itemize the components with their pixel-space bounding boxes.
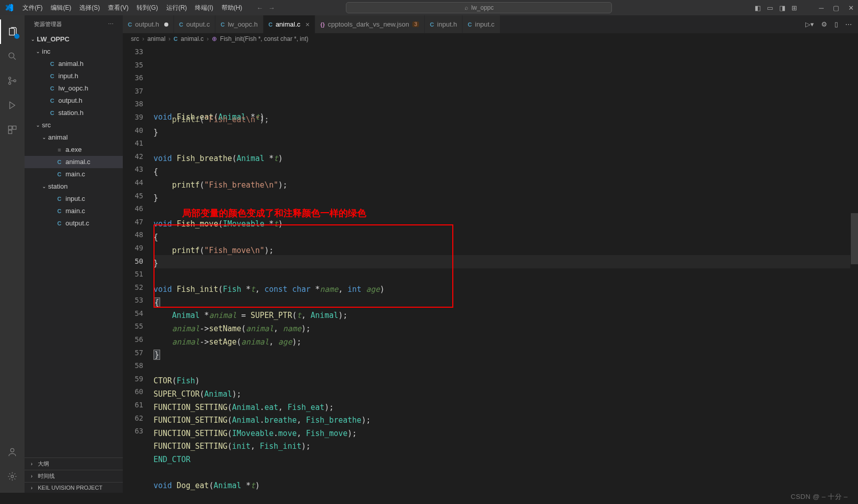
file-icon: C	[55, 169, 63, 179]
code-editor[interactable]: 3335363738394041424344454647484950515253…	[123, 44, 858, 493]
tree-root[interactable]: ⌄LW_OPPC	[25, 33, 123, 45]
tree-file[interactable]: Coutput.c	[25, 217, 123, 230]
file-icon: C	[48, 108, 56, 118]
svg-point-1	[9, 77, 11, 79]
debug-activity-icon[interactable]	[0, 93, 25, 118]
file-label: input.h	[58, 71, 78, 81]
tree-file[interactable]: Canimal.h	[25, 58, 123, 70]
more-tab-icon[interactable]: ⋯	[845, 20, 852, 28]
breadcrumb-item[interactable]: src	[131, 35, 139, 42]
menu-item[interactable]: 文件(F)	[18, 0, 47, 15]
tree-file[interactable]: Canimal.c	[25, 156, 123, 168]
breadcrumb[interactable]: src› animal› C animal.c› ⊕ Fish_init(Fis…	[123, 33, 858, 44]
breadcrumb-item[interactable]: Fish_init(Fish *, const char *, int)	[220, 35, 309, 42]
search-icon: ⌕	[465, 4, 468, 11]
svg-rect-4	[9, 126, 12, 130]
file-type-icon: C	[221, 21, 225, 28]
code-content[interactable]: 局部变量的颜色变成了和注释颜色一样的绿色 void Fish_eat(Anima…	[153, 44, 858, 493]
file-label: station.h	[58, 108, 83, 118]
chevron-right-icon: ›	[28, 485, 36, 491]
tree-file[interactable]: Clw_oopc.h	[25, 82, 123, 95]
menu-item[interactable]: 终端(I)	[191, 0, 217, 15]
tree-file[interactable]: Cmain.c	[25, 205, 123, 217]
close-tab-icon[interactable]: ×	[305, 20, 310, 29]
nav-forward-icon[interactable]: →	[268, 4, 275, 12]
file-type-icon: C	[179, 21, 183, 28]
tree-folder-inc[interactable]: ⌄inc	[25, 45, 123, 58]
editor-tab[interactable]: Coutput.c	[174, 15, 215, 33]
sidebar-section-collapsed[interactable]: ›KEIL UVISION PROJECT	[25, 482, 123, 493]
layout-panel-icon[interactable]: ▭	[767, 4, 773, 12]
folder-label: animal	[48, 132, 68, 143]
menu-item[interactable]: 查看(V)	[104, 0, 133, 15]
editor-tab[interactable]: Cinput.h	[425, 15, 463, 33]
tree-folder-animal[interactable]: ⌄animal	[25, 131, 123, 144]
sidebar-section-collapsed[interactable]: ›大纲	[25, 457, 123, 470]
chevron-down-icon: ⌄	[40, 181, 48, 192]
editor-tab[interactable]: {}cpptools_dark_vs_new.json3	[315, 15, 425, 33]
editor-tab[interactable]: Cinput.c	[463, 15, 500, 33]
svg-rect-5	[13, 126, 16, 130]
menu-item[interactable]: 帮助(H)	[217, 0, 247, 15]
scm-activity-icon[interactable]	[0, 68, 25, 93]
command-center[interactable]: ⌕ lw_oppc	[346, 2, 612, 13]
chevron-right-icon: ›	[28, 461, 36, 467]
editor-tabs: Coutput.hCoutput.cClw_oopc.hCanimal.c×{}…	[123, 15, 858, 33]
activity-bar	[0, 15, 25, 493]
settings-activity-icon[interactable]	[0, 464, 25, 489]
minimize-icon[interactable]: ─	[819, 4, 824, 12]
search-activity-icon[interactable]	[0, 44, 25, 68]
tree-folder-src[interactable]: ⌄src	[25, 119, 123, 131]
chevron-down-icon: ⌄	[34, 120, 42, 130]
close-icon[interactable]: ✕	[848, 4, 854, 12]
file-label: a.exe	[65, 145, 82, 155]
editor-tab[interactable]: Canimal.c×	[263, 15, 316, 33]
search-text: lw_oppc	[471, 4, 494, 11]
tree-file[interactable]: Cmain.c	[25, 168, 123, 180]
chevron-down-icon: ⌄	[40, 132, 48, 143]
menu-item[interactable]: 编辑(E)	[47, 0, 75, 15]
file-tree: ⌄LW_OPPC ⌄inc Canimal.hCinput.hClw_oopc.…	[25, 33, 123, 457]
explorer-activity-icon[interactable]	[0, 19, 25, 44]
run-icon[interactable]: ▷▾	[805, 20, 814, 28]
nav-back-icon[interactable]: ←	[256, 4, 263, 12]
split-editor-icon[interactable]: ▯	[834, 20, 838, 28]
breadcrumb-item[interactable]: animal	[147, 35, 165, 42]
tree-file[interactable]: Cinput.h	[25, 70, 123, 82]
tab-label: cpptools_dark_vs_new.json	[328, 20, 409, 28]
file-label: main.c	[65, 206, 85, 216]
tab-label: lw_oopc.h	[228, 20, 258, 28]
breadcrumb-item[interactable]: animal.c	[181, 35, 204, 42]
file-type-icon: C	[128, 21, 132, 28]
svg-point-8	[11, 475, 14, 478]
editor-tab[interactable]: Coutput.h	[123, 15, 174, 33]
tree-folder-station[interactable]: ⌄station	[25, 180, 123, 193]
maximize-icon[interactable]: ▢	[833, 4, 839, 12]
menu-item[interactable]: 选择(S)	[75, 0, 104, 15]
tab-label: input.c	[475, 20, 494, 28]
watermark: CSDN @ – 十分 –	[791, 492, 848, 501]
accounts-activity-icon[interactable]	[0, 440, 25, 464]
layout-sidebar-right-icon[interactable]: ◨	[779, 4, 785, 12]
tree-file[interactable]: Cinput.c	[25, 193, 123, 205]
tree-file[interactable]: Cstation.h	[25, 107, 123, 119]
file-label: output.h	[58, 96, 82, 106]
tree-file[interactable]: ≡a.exe	[25, 144, 123, 156]
menu-item[interactable]: 运行(R)	[162, 0, 191, 15]
file-icon: ≡	[55, 145, 63, 155]
tree-file[interactable]: Coutput.h	[25, 95, 123, 107]
more-icon[interactable]: ⋯	[108, 21, 114, 28]
file-icon: C	[48, 96, 56, 106]
sidebar-section-collapsed[interactable]: ›时间线	[25, 470, 123, 482]
layout-sidebar-left-icon[interactable]: ◧	[755, 4, 761, 12]
layout-customize-icon[interactable]: ⊞	[791, 4, 797, 12]
svg-point-0	[9, 53, 14, 58]
editor-tab[interactable]: Clw_oopc.h	[215, 15, 263, 33]
file-type-icon: C	[468, 21, 472, 28]
settings-gear-icon[interactable]: ⚙	[821, 20, 827, 28]
extensions-activity-icon[interactable]	[0, 118, 25, 142]
chevron-down-icon: ⌄	[34, 47, 42, 57]
file-icon: C	[48, 71, 56, 81]
menu-item[interactable]: 转到(G)	[133, 0, 162, 15]
file-icon: C	[55, 194, 63, 204]
